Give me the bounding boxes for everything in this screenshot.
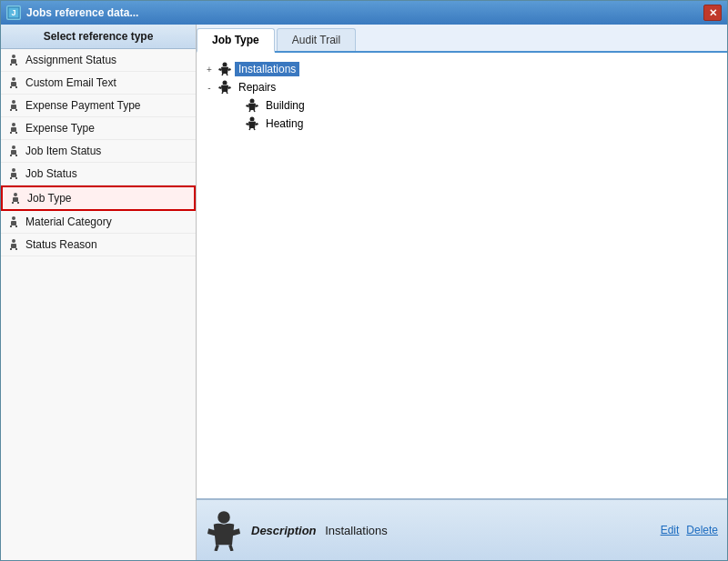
svg-point-34 (12, 239, 15, 243)
svg-rect-15 (11, 127, 16, 132)
svg-line-42 (222, 92, 223, 94)
sidebar-item-job-type[interactable]: Job Type (1, 185, 196, 211)
svg-rect-31 (11, 221, 16, 225)
worker-icon (6, 215, 21, 229)
svg-rect-19 (11, 150, 16, 155)
tree-node-icon (245, 116, 259, 131)
info-bar-description: Description Installations (251, 524, 652, 537)
content-area: Job Type Audit Trail + (197, 25, 727, 560)
title-bar: J Jobs reference data... ✕ (1, 1, 727, 25)
sidebar-item-job-status[interactable]: Job Status (1, 163, 196, 185)
close-button[interactable]: ✕ (703, 5, 722, 21)
svg-point-18 (12, 145, 15, 149)
svg-rect-17 (15, 132, 17, 134)
svg-point-41 (223, 81, 228, 85)
svg-line-40 (227, 74, 228, 75)
sidebar-header: Select reference type (1, 25, 196, 49)
svg-rect-9 (15, 86, 17, 88)
svg-point-47 (250, 117, 255, 122)
svg-rect-21 (15, 155, 17, 156)
svg-rect-13 (15, 109, 17, 111)
svg-rect-32 (10, 225, 12, 227)
sidebar-label: Status Reason (25, 238, 97, 251)
svg-rect-27 (13, 197, 18, 202)
svg-rect-16 (10, 132, 12, 134)
tree-node-icon (245, 98, 259, 113)
expand-icon: + (204, 65, 215, 75)
window-body: Select reference type Assignment Status … (1, 25, 727, 560)
sidebar-label: Expense Payment Type (25, 99, 141, 112)
sidebar-label: Assignment Status (25, 54, 116, 66)
worker-icon (6, 53, 21, 67)
svg-rect-3 (11, 59, 16, 64)
svg-rect-4 (10, 64, 12, 65)
svg-rect-29 (17, 202, 19, 204)
tree-node-installations[interactable]: + Installations (204, 60, 720, 78)
svg-point-2 (12, 55, 15, 58)
sidebar-label: Job Item Status (25, 145, 101, 157)
sidebar-item-assignment-status[interactable]: Assignment Status (1, 49, 196, 72)
svg-rect-23 (11, 173, 16, 177)
sidebar-item-expense-type[interactable]: Expense Type (1, 117, 196, 140)
sidebar-item-custom-email-text[interactable]: Custom Email Text (1, 72, 196, 95)
svg-rect-35 (11, 244, 16, 248)
svg-point-22 (12, 168, 15, 172)
svg-rect-28 (12, 202, 14, 204)
svg-line-45 (249, 110, 250, 112)
sidebar-item-job-item-status[interactable]: Job Item Status (1, 140, 196, 163)
svg-rect-37 (15, 248, 17, 250)
expand-icon: - (204, 83, 215, 93)
sidebar-label: Material Category (25, 215, 112, 228)
sidebar-label: Job Type (27, 192, 71, 205)
svg-line-51 (216, 545, 217, 551)
svg-point-38 (223, 63, 228, 67)
info-bar-worker-icon (206, 508, 242, 552)
tab-audit-trail[interactable]: Audit Trail (277, 28, 356, 51)
svg-rect-33 (15, 225, 17, 227)
tree-node-label-building: Building (262, 98, 308, 113)
svg-rect-7 (11, 82, 16, 86)
svg-rect-36 (10, 248, 12, 250)
worker-icon (6, 75, 21, 90)
worker-icon (6, 237, 21, 252)
tree-node-heating[interactable]: + Heating (231, 115, 720, 133)
app-icon: J (6, 5, 21, 20)
title-bar-left: J Jobs reference data... (6, 5, 138, 20)
svg-rect-5 (15, 64, 17, 65)
svg-rect-11 (11, 105, 16, 109)
window-title: Jobs reference data... (26, 6, 138, 19)
svg-rect-20 (10, 155, 12, 156)
svg-rect-8 (10, 86, 12, 88)
tab-job-type[interactable]: Job Type (197, 28, 275, 53)
main-window: J Jobs reference data... ✕ Select refere… (0, 0, 728, 561)
svg-point-10 (12, 100, 15, 104)
worker-icon (6, 166, 21, 181)
tree-node-building[interactable]: + Building (231, 96, 720, 115)
edit-link[interactable]: Edit (661, 524, 680, 536)
svg-rect-12 (10, 109, 12, 111)
sidebar-item-status-reason[interactable]: Status Reason (1, 234, 196, 256)
tab-bar: Job Type Audit Trail (197, 25, 727, 53)
svg-text:J: J (11, 8, 15, 17)
svg-point-6 (12, 77, 15, 81)
sidebar-item-material-category[interactable]: Material Category (1, 211, 196, 234)
tree-node-label-heating: Heating (262, 116, 307, 131)
sidebar-list: Assignment Status Custom Email Text Expe… (1, 49, 196, 560)
svg-line-49 (254, 128, 255, 130)
sidebar-item-expense-payment-type[interactable]: Expense Payment Type (1, 95, 196, 117)
svg-point-44 (250, 99, 255, 104)
sidebar-label: Custom Email Text (25, 76, 116, 89)
tree-node-repairs[interactable]: - Repairs (204, 78, 720, 96)
tree-node-label-installations: Installations (235, 62, 299, 76)
tree-node-label-repairs: Repairs (235, 80, 279, 95)
info-bar: Description Installations Edit Delete (197, 498, 727, 560)
delete-link[interactable]: Delete (686, 524, 718, 536)
sidebar-label: Expense Type (25, 122, 95, 135)
svg-rect-25 (15, 177, 17, 179)
worker-icon (6, 144, 21, 158)
tree-node-icon (217, 62, 232, 76)
svg-point-50 (217, 511, 230, 524)
svg-rect-24 (10, 177, 12, 179)
tree-children-repairs: + Building (231, 96, 720, 133)
description-value: Installations (325, 524, 388, 537)
